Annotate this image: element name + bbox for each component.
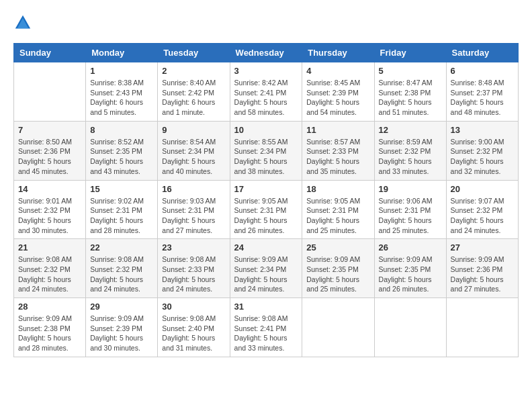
calendar-cell: 10Sunrise: 8:55 AM Sunset: 2:34 PM Dayli…	[230, 121, 302, 180]
calendar-cell: 24Sunrise: 9:09 AM Sunset: 2:34 PM Dayli…	[230, 239, 302, 298]
day-info: Sunrise: 9:01 AM Sunset: 2:32 PM Dayligh…	[18, 196, 81, 236]
calendar-cell: 3Sunrise: 8:42 AM Sunset: 2:41 PM Daylig…	[230, 62, 302, 122]
calendar-cell: 20Sunrise: 9:07 AM Sunset: 2:32 PM Dayli…	[446, 180, 518, 239]
day-number: 6	[451, 66, 514, 76]
calendar-week-4: 21Sunrise: 9:08 AM Sunset: 2:32 PM Dayli…	[14, 239, 519, 298]
day-number: 12	[379, 125, 442, 135]
day-info: Sunrise: 9:03 AM Sunset: 2:31 PM Dayligh…	[162, 196, 225, 236]
calendar-cell: 17Sunrise: 9:05 AM Sunset: 2:31 PM Dayli…	[230, 180, 302, 239]
day-info: Sunrise: 9:08 AM Sunset: 2:40 PM Dayligh…	[162, 314, 225, 353]
day-info: Sunrise: 9:05 AM Sunset: 2:31 PM Dayligh…	[234, 196, 298, 236]
calendar-cell: 18Sunrise: 9:05 AM Sunset: 2:31 PM Dayli…	[302, 180, 374, 239]
calendar-cell: 29Sunrise: 9:09 AM Sunset: 2:39 PM Dayli…	[86, 298, 158, 357]
calendar-cell: 13Sunrise: 9:00 AM Sunset: 2:32 PM Dayli…	[446, 121, 518, 180]
calendar-cell: 21Sunrise: 9:08 AM Sunset: 2:32 PM Dayli…	[14, 239, 86, 298]
calendar-cell	[14, 62, 86, 122]
weekday-header-sunday: Sunday	[14, 44, 86, 62]
calendar-header-row: SundayMondayTuesdayWednesdayThursdayFrid…	[14, 44, 519, 62]
day-info: Sunrise: 8:50 AM Sunset: 2:36 PM Dayligh…	[18, 137, 81, 177]
calendar-cell: 12Sunrise: 8:59 AM Sunset: 2:32 PM Dayli…	[374, 121, 446, 180]
calendar-cell: 26Sunrise: 9:09 AM Sunset: 2:35 PM Dayli…	[374, 239, 446, 298]
calendar-cell: 8Sunrise: 8:52 AM Sunset: 2:35 PM Daylig…	[86, 121, 158, 180]
day-number: 13	[451, 125, 514, 135]
day-info: Sunrise: 8:48 AM Sunset: 2:37 PM Dayligh…	[451, 78, 514, 118]
day-info: Sunrise: 8:52 AM Sunset: 2:35 PM Dayligh…	[90, 137, 153, 177]
day-info: Sunrise: 8:57 AM Sunset: 2:33 PM Dayligh…	[306, 137, 369, 177]
day-info: Sunrise: 9:09 AM Sunset: 2:34 PM Dayligh…	[234, 255, 298, 294]
calendar-week-1: 1Sunrise: 8:38 AM Sunset: 2:43 PM Daylig…	[14, 62, 519, 122]
weekday-header-monday: Monday	[86, 44, 158, 62]
page-header	[13, 13, 519, 32]
day-number: 14	[18, 184, 81, 194]
day-number: 19	[379, 184, 442, 194]
day-info: Sunrise: 9:08 AM Sunset: 2:41 PM Dayligh…	[234, 314, 298, 353]
day-number: 20	[451, 184, 514, 194]
day-number: 16	[162, 184, 225, 194]
day-info: Sunrise: 9:06 AM Sunset: 2:31 PM Dayligh…	[379, 196, 442, 236]
day-number: 1	[90, 66, 153, 76]
day-number: 21	[18, 242, 81, 253]
weekday-header-friday: Friday	[374, 44, 446, 62]
day-number: 7	[18, 125, 81, 135]
day-number: 30	[162, 302, 225, 312]
logo-icon	[13, 13, 32, 32]
day-info: Sunrise: 8:40 AM Sunset: 2:42 PM Dayligh…	[162, 78, 225, 118]
day-number: 25	[306, 242, 369, 253]
day-info: Sunrise: 9:09 AM Sunset: 2:36 PM Dayligh…	[451, 255, 514, 294]
calendar-cell: 14Sunrise: 9:01 AM Sunset: 2:32 PM Dayli…	[14, 180, 86, 239]
logo	[13, 13, 35, 32]
weekday-header-thursday: Thursday	[302, 44, 374, 62]
day-info: Sunrise: 8:42 AM Sunset: 2:41 PM Dayligh…	[234, 78, 298, 118]
day-number: 9	[162, 125, 225, 135]
day-number: 26	[379, 242, 442, 253]
day-number: 5	[379, 66, 442, 76]
calendar-cell: 25Sunrise: 9:09 AM Sunset: 2:35 PM Dayli…	[302, 239, 374, 298]
day-number: 29	[90, 302, 153, 312]
day-info: Sunrise: 9:09 AM Sunset: 2:35 PM Dayligh…	[379, 255, 442, 294]
day-info: Sunrise: 9:00 AM Sunset: 2:32 PM Dayligh…	[451, 137, 514, 177]
calendar-week-5: 28Sunrise: 9:09 AM Sunset: 2:38 PM Dayli…	[14, 298, 519, 357]
calendar-cell: 9Sunrise: 8:54 AM Sunset: 2:34 PM Daylig…	[158, 121, 230, 180]
calendar-cell: 5Sunrise: 8:47 AM Sunset: 2:38 PM Daylig…	[374, 62, 446, 122]
day-info: Sunrise: 9:02 AM Sunset: 2:31 PM Dayligh…	[90, 196, 153, 236]
calendar-cell: 28Sunrise: 9:09 AM Sunset: 2:38 PM Dayli…	[14, 298, 86, 357]
calendar-cell	[302, 298, 374, 357]
calendar-cell: 7Sunrise: 8:50 AM Sunset: 2:36 PM Daylig…	[14, 121, 86, 180]
calendar-cell	[374, 298, 446, 357]
day-number: 17	[234, 184, 298, 194]
calendar-cell: 23Sunrise: 9:08 AM Sunset: 2:33 PM Dayli…	[158, 239, 230, 298]
day-info: Sunrise: 9:08 AM Sunset: 2:32 PM Dayligh…	[18, 255, 81, 294]
calendar-week-3: 14Sunrise: 9:01 AM Sunset: 2:32 PM Dayli…	[14, 180, 519, 239]
day-number: 27	[451, 242, 514, 253]
day-number: 23	[162, 242, 225, 253]
calendar-cell: 4Sunrise: 8:45 AM Sunset: 2:39 PM Daylig…	[302, 62, 374, 122]
day-number: 18	[306, 184, 369, 194]
day-number: 24	[234, 242, 298, 253]
calendar-cell: 1Sunrise: 8:38 AM Sunset: 2:43 PM Daylig…	[86, 62, 158, 122]
day-info: Sunrise: 8:38 AM Sunset: 2:43 PM Dayligh…	[90, 78, 153, 118]
day-info: Sunrise: 8:54 AM Sunset: 2:34 PM Dayligh…	[162, 137, 225, 177]
day-info: Sunrise: 8:47 AM Sunset: 2:38 PM Dayligh…	[379, 78, 442, 118]
day-number: 22	[90, 242, 153, 253]
calendar-cell: 19Sunrise: 9:06 AM Sunset: 2:31 PM Dayli…	[374, 180, 446, 239]
calendar-week-2: 7Sunrise: 8:50 AM Sunset: 2:36 PM Daylig…	[14, 121, 519, 180]
day-number: 2	[162, 66, 225, 76]
day-info: Sunrise: 9:09 AM Sunset: 2:38 PM Dayligh…	[18, 314, 81, 353]
day-info: Sunrise: 9:07 AM Sunset: 2:32 PM Dayligh…	[451, 196, 514, 236]
day-info: Sunrise: 9:09 AM Sunset: 2:35 PM Dayligh…	[306, 255, 369, 294]
day-info: Sunrise: 8:55 AM Sunset: 2:34 PM Dayligh…	[234, 137, 298, 177]
calendar-cell: 6Sunrise: 8:48 AM Sunset: 2:37 PM Daylig…	[446, 62, 518, 122]
day-info: Sunrise: 9:05 AM Sunset: 2:31 PM Dayligh…	[306, 196, 369, 236]
calendar-cell: 31Sunrise: 9:08 AM Sunset: 2:41 PM Dayli…	[230, 298, 302, 357]
calendar-cell: 27Sunrise: 9:09 AM Sunset: 2:36 PM Dayli…	[446, 239, 518, 298]
day-info: Sunrise: 8:59 AM Sunset: 2:32 PM Dayligh…	[379, 137, 442, 177]
day-number: 3	[234, 66, 298, 76]
weekday-header-wednesday: Wednesday	[230, 44, 302, 62]
day-info: Sunrise: 9:08 AM Sunset: 2:32 PM Dayligh…	[90, 255, 153, 294]
calendar-cell: 11Sunrise: 8:57 AM Sunset: 2:33 PM Dayli…	[302, 121, 374, 180]
day-info: Sunrise: 8:45 AM Sunset: 2:39 PM Dayligh…	[306, 78, 369, 118]
weekday-header-saturday: Saturday	[446, 44, 518, 62]
calendar-cell	[446, 298, 518, 357]
day-number: 10	[234, 125, 298, 135]
calendar-cell: 30Sunrise: 9:08 AM Sunset: 2:40 PM Dayli…	[158, 298, 230, 357]
